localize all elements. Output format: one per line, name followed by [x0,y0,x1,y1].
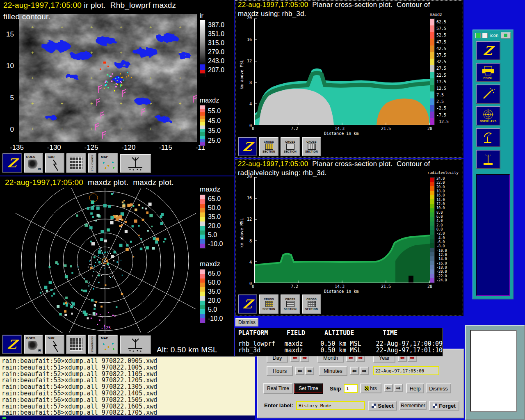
map-button[interactable]: MAP [98,153,118,173]
map-label: MAP [101,155,108,159]
tick-label: 5 [3,94,14,102]
printer-icon [481,66,495,76]
satellite-image-icon [28,160,38,169]
terminal-line: rain:beaufait:58>xdump.all 970822.1705.x… [2,410,255,416]
skip-decrement-button[interactable] [384,384,393,392]
satellite-map[interactable]: ++++++++++++++++++++++++++++++ [19,14,197,142]
hours-button[interactable]: Hours [267,366,293,376]
map-button[interactable]: MAP [98,335,118,354]
zebra-logo-button[interactable]: Z [238,137,257,156]
window-iconify-button[interactable] [501,32,511,39]
cross-section-button-3[interactable]: CROSSSECTION [302,294,321,314]
select-button[interactable]: Select [368,401,397,411]
field-cell: maxdz [284,347,320,354]
dismiss-button[interactable]: Dismiss [235,318,258,326]
grid-icon [70,338,82,351]
station-button[interactable] [476,150,500,169]
icon-window-titlebar[interactable]: icon [474,31,512,39]
tick-label: -125 [84,144,98,152]
soundings-button[interactable]: SOUNDINGS [88,335,96,354]
x-axis-ticks: -135-130-125-120-115-11 [10,144,205,152]
minutes-decrement-button[interactable] [350,367,359,375]
hours-decrement-button[interactable] [295,367,304,375]
dismiss-button[interactable]: Dismiss [426,383,451,393]
y-axis-ticks: 201612840 [245,16,252,128]
overlays-button[interactable]: OVERLAYS [476,106,500,126]
goes-ir-button[interactable]: GOES IR [24,335,43,354]
svg-text:+: + [61,75,63,80]
cube-icon [308,144,316,150]
tick-label: 32.5 [436,59,449,64]
cross-section-button-3[interactable]: CROSSSECTION [302,137,321,156]
maxdz-colorbar1-title: maxdz [200,185,220,194]
tick-label: 17.5 [436,80,449,84]
time-control-window: Day Month Year Hours Minutes Real Time S… [257,349,464,418]
forget-button[interactable]: Forget [429,401,459,411]
station-button[interactable] [120,154,151,173]
tick-label: 7.2 [291,284,298,289]
cross-section-button-2[interactable]: CROSSSECTION [281,294,300,314]
hours-increment-button[interactable] [305,367,314,375]
soundings-label: SOUNDINGS [91,155,94,171]
station-button[interactable] [120,336,151,354]
soundings-button[interactable]: SOUNDINGS [88,153,96,173]
svg-text:+: + [179,101,181,106]
window-menu-button[interactable] [475,33,481,38]
minutes-button[interactable]: Minutes [319,366,347,376]
cube-icon [286,301,294,307]
cross-section-velocity-window: 22-aug-1997,17:05:00 Planar cross-sectio… [235,159,463,316]
annotate-button[interactable] [476,84,500,104]
tick-label: 45.0 [208,117,221,125]
skip-units-button[interactable]: hrs [360,383,381,393]
tick-label: 0 [3,126,14,134]
zebra-z-icon: Z [242,297,253,311]
goes-ir-button[interactable]: GOES IR [24,153,43,173]
grid-button[interactable] [66,335,86,354]
svg-text:+: + [179,126,181,131]
tick-label: 0 [245,123,252,128]
print-button[interactable]: PRINT [476,63,500,82]
minutes-increment-button[interactable] [360,367,369,375]
zebra-logo-button[interactable]: Z [238,294,257,314]
grid-button[interactable] [66,153,86,173]
cross-section-button-1[interactable]: CROSSSECTION [259,294,278,314]
cross-section-button-1[interactable]: CROSSSECTION [259,137,278,156]
svg-text:+: + [31,126,34,131]
real-time-button[interactable]: Real Time [263,383,293,394]
zebra-logo-button[interactable]: Z [2,153,22,173]
zebra-logo-button[interactable]: Z [2,335,22,354]
goes-label: GOES [26,336,35,340]
skip-increment-button[interactable] [394,384,403,392]
cross-section-button-2[interactable]: CROSSSECTION [281,137,300,156]
tick-label: 20 [245,16,252,20]
partial-window[interactable] [465,325,525,420]
set-time-button[interactable]: Set Time [294,383,323,394]
table-row: rhb_3dmaxdz0.50 km MSL22-Aug-97,17:01:10 [235,347,443,354]
tick-label: 4.0 [436,219,447,223]
tick-label: -120 [121,144,135,152]
timestamp: 22-aug-1997,17:05:00 [238,1,308,9]
cross-section-plot[interactable] [254,177,430,283]
cross-section-plot[interactable] [254,18,430,125]
y-axis-label: km above MSL [240,218,244,248]
tick-label: 7.2 [291,126,298,131]
tick-label: -14.0 [436,257,447,261]
reflectivity-pixels [40,193,167,319]
help-button[interactable]: Help [406,383,424,393]
ppi-display[interactable]: + [2,188,198,333]
grid-icon [70,157,82,169]
remember-button[interactable]: Remember [399,401,427,410]
tick-label: 14.3 [335,126,345,131]
terminal-window[interactable]: rain:beaufait:50>xdump.all 970822.0905.x… [0,356,255,415]
skip-field[interactable] [344,384,358,393]
surface-button[interactable]: SUR [45,153,64,173]
zebra-logo-button[interactable]: Z [476,41,500,60]
surface-button[interactable]: SUR [45,335,64,354]
tick-label: -2.0 [436,231,447,235]
radar-button[interactable] [476,128,500,147]
tick-label: 387.0 [208,21,224,29]
label-field[interactable] [296,401,365,410]
window-button[interactable] [482,33,488,38]
tick-label: 20 [245,174,252,179]
datetime-field[interactable] [373,366,439,375]
